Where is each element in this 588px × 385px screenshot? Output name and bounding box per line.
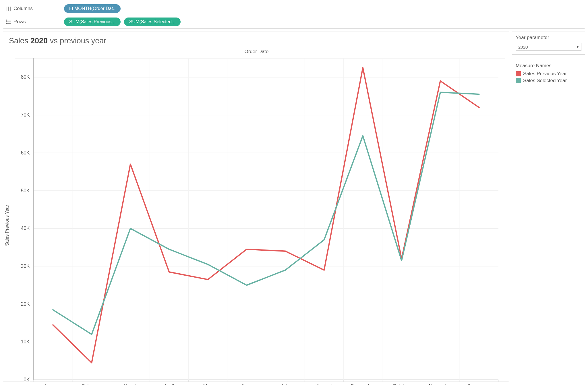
rows-icon <box>6 19 11 24</box>
pill-label: MONTH(Order Dat.. <box>74 6 115 11</box>
year-parameter-dropdown[interactable]: 2020 ▼ <box>516 43 581 51</box>
svg-point-7 <box>6 22 7 22</box>
x-axis-title: Order Date <box>8 49 505 55</box>
pill-label: SUM(Sales Selected .. <box>129 19 175 24</box>
y-tick-label: 50K <box>21 188 30 194</box>
legend-item-selected[interactable]: Sales Selected Year <box>516 78 581 84</box>
expand-icon: + <box>69 7 73 10</box>
y-tick-label: 0K <box>24 377 30 382</box>
x-tick-label: November <box>429 383 452 385</box>
svg-point-8 <box>6 23 7 24</box>
rows-pill-sales-previous[interactable]: SUM(Sales Previous .. <box>64 18 121 26</box>
x-tick-label: February <box>82 383 102 385</box>
y-tick-label: 80K <box>21 74 30 80</box>
pill-label: SUM(Sales Previous .. <box>69 19 115 24</box>
rows-pill-sales-selected[interactable]: SUM(Sales Selected .. <box>124 18 181 26</box>
rows-shelf[interactable]: Rows SUM(Sales Previous .. SUM(Sales Sel… <box>3 15 585 28</box>
chevron-down-icon: ▼ <box>576 45 579 49</box>
y-tick-label: 30K <box>21 263 30 269</box>
legend-swatch-red <box>516 71 521 76</box>
x-tick-label: May <box>203 383 212 385</box>
legend: Measure Names Sales Previous Year Sales … <box>512 60 585 87</box>
parameter-header: Year parameter <box>516 35 581 40</box>
y-tick-label: 10K <box>21 339 30 345</box>
legend-swatch-teal <box>516 78 521 83</box>
x-tick-label: July <box>281 383 290 385</box>
svg-point-6 <box>6 20 7 20</box>
x-tick-label: October <box>392 383 411 385</box>
legend-label: Sales Previous Year <box>523 71 567 77</box>
legend-header: Measure Names <box>516 63 581 69</box>
y-tick-label: 20K <box>21 301 30 307</box>
parameter-control: Year parameter 2020 ▼ <box>512 32 585 55</box>
y-tick-label: 40K <box>21 225 30 231</box>
x-tick-label: August <box>316 383 332 385</box>
x-tick-label: September <box>351 383 375 385</box>
line-chart[interactable]: 0K10K20K30K40K50K60K70K80KJanuaryFebruar… <box>8 55 505 385</box>
columns-shelf[interactable]: Columns + MONTH(Order Dat.. <box>3 2 585 15</box>
y-tick-label: 60K <box>21 150 30 156</box>
x-tick-label: December <box>467 383 491 385</box>
x-tick-label: April <box>164 383 174 385</box>
y-axis-title: Sales Previous Year <box>5 205 10 246</box>
columns-pill-month-order-date[interactable]: + MONTH(Order Dat.. <box>64 4 121 13</box>
rows-label: Rows <box>13 19 26 25</box>
x-tick-label: June <box>241 383 252 385</box>
legend-item-previous[interactable]: Sales Previous Year <box>516 71 581 77</box>
x-tick-label: January <box>44 383 62 385</box>
legend-label: Sales Selected Year <box>523 78 567 84</box>
x-tick-label: March <box>123 383 138 385</box>
chart-title: Sales 2020 vs previous year <box>9 36 505 45</box>
chart-panel: Sales 2020 vs previous year Order Date S… <box>3 32 509 382</box>
dropdown-value: 2020 <box>518 45 528 49</box>
columns-icon <box>6 6 11 11</box>
columns-label: Columns <box>13 6 33 11</box>
y-tick-label: 70K <box>21 112 30 118</box>
